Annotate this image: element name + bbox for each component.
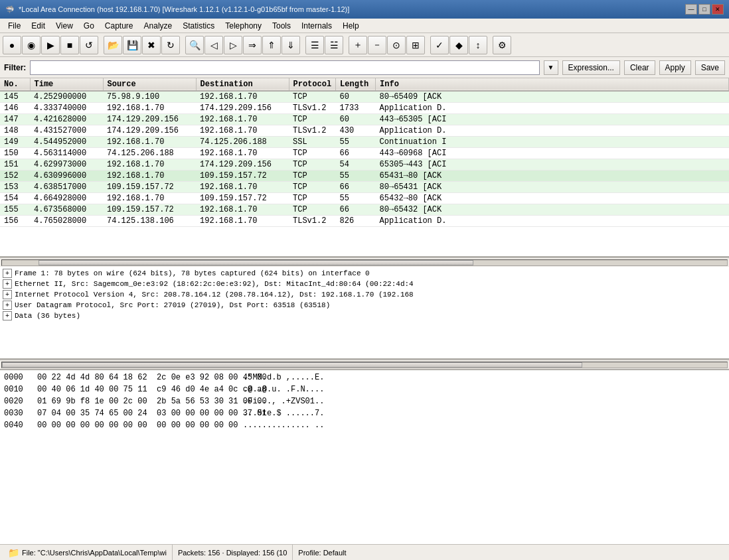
- stop-btn[interactable]: ■: [60, 36, 79, 54]
- detail-row[interactable]: +Data (36 bytes): [0, 311, 729, 321]
- options-btn[interactable]: ◉: [22, 36, 40, 54]
- table-row[interactable]: 1534.638517000109.159.157.72192.168.1.70…: [0, 182, 729, 193]
- detail-toggle[interactable]: ☱: [325, 36, 343, 54]
- cell-dst: 192.168.1.70: [196, 204, 289, 216]
- packet-list-hscrollbar[interactable]: [0, 257, 729, 267]
- table-row[interactable]: 1564.76502800074.125.138.106192.168.1.70…: [0, 216, 729, 227]
- hex-offset: 0030: [4, 407, 37, 419]
- cell-info: Application D.: [376, 103, 729, 114]
- zoom-out-btn[interactable]: －: [368, 36, 386, 54]
- cell-dst: 192.168.1.70: [196, 114, 289, 125]
- find-btn[interactable]: 🔍: [185, 36, 204, 54]
- cell-len: 55: [336, 171, 376, 182]
- menu-item-internals[interactable]: Internals: [296, 19, 337, 33]
- first-btn[interactable]: ⇑: [262, 36, 281, 54]
- reload-btn[interactable]: ↻: [161, 36, 180, 54]
- table-row[interactable]: 1544.664928000192.168.1.70109.159.157.72…: [0, 193, 729, 204]
- rescan-btn[interactable]: ↺: [80, 36, 98, 54]
- table-row[interactable]: 1504.56311400074.125.206.188192.168.1.70…: [0, 148, 729, 159]
- col-header-length[interactable]: Length: [336, 78, 376, 91]
- prefs-btn[interactable]: ⚙: [493, 36, 511, 54]
- detail-hscrollbar-track[interactable]: [1, 362, 728, 368]
- autoscroll-btn[interactable]: ↕: [469, 36, 487, 54]
- save-button[interactable]: Save: [695, 60, 725, 75]
- menu-item-view[interactable]: View: [50, 19, 78, 33]
- menu-item-file[interactable]: File: [3, 19, 26, 33]
- col-header-time[interactable]: Time: [30, 78, 103, 91]
- restart-btn[interactable]: ▶: [41, 36, 60, 54]
- clear-button[interactable]: Clear: [624, 60, 655, 75]
- resize-cols-btn[interactable]: ⊞: [406, 36, 425, 54]
- table-row[interactable]: 1524.630996000192.168.1.70109.159.157.72…: [0, 171, 729, 182]
- cell-no: 154: [0, 193, 30, 204]
- mark-btn[interactable]: ✓: [430, 36, 449, 54]
- menu-item-telephony[interactable]: Telephony: [220, 19, 267, 33]
- detail-row[interactable]: +Ethernet II, Src: Sagemcom_0e:e3:92 (18…: [0, 279, 729, 289]
- table-row[interactable]: 1494.544952000192.168.1.7074.125.206.188…: [0, 137, 729, 148]
- col-header-protocol[interactable]: Protocol: [289, 78, 336, 91]
- hex-row: 0010 00 40 06 1d 40 00 75 11 c9 46 d0 4e…: [4, 384, 725, 395]
- cell-no: 149: [0, 137, 30, 148]
- zoom-in-btn[interactable]: ＋: [349, 36, 367, 54]
- cell-time: 4.252900000: [30, 91, 103, 103]
- next-btn[interactable]: ▷: [224, 36, 242, 54]
- prev-btn[interactable]: ◁: [204, 36, 223, 54]
- cell-info: 443→60968 [ACI: [376, 148, 729, 159]
- expand-icon[interactable]: +: [3, 290, 12, 299]
- expression-button[interactable]: Expression...: [562, 60, 620, 75]
- packet-list-container[interactable]: No. Time Source Destination Protocol Len…: [0, 78, 729, 257]
- col-header-no[interactable]: No.: [0, 78, 30, 91]
- hex-row: 0000 00 22 4d 4d 80 64 18 62 2c 0e e3 92…: [4, 372, 725, 384]
- cell-len: 54: [336, 159, 376, 171]
- detail-hscrollbar[interactable]: [0, 360, 729, 369]
- col-header-source[interactable]: Source: [103, 78, 196, 91]
- color-btn[interactable]: ◆: [449, 36, 468, 54]
- hscrollbar-thumb[interactable]: [39, 260, 473, 265]
- cell-proto: TLSv1.2: [289, 125, 336, 137]
- table-row[interactable]: 1464.333740000192.168.1.70174.129.209.15…: [0, 103, 729, 114]
- last-btn[interactable]: ⇓: [282, 36, 300, 54]
- hscrollbar-track[interactable]: [1, 259, 728, 266]
- closef-btn[interactable]: ✖: [142, 36, 161, 54]
- table-row[interactable]: 1454.25290000075.98.9.100192.168.1.70TCP…: [0, 91, 729, 103]
- hex-ascii: ."MM.d.b ,.....E.: [243, 372, 324, 384]
- detail-hscrollbar-thumb[interactable]: [2, 362, 582, 368]
- detail-row[interactable]: +Frame 1: 78 bytes on wire (624 bits), 7…: [0, 268, 729, 279]
- table-row[interactable]: 1474.421628000174.129.209.156192.168.1.7…: [0, 114, 729, 125]
- close-button[interactable]: ✕: [712, 4, 724, 15]
- menu-item-go[interactable]: Go: [78, 19, 100, 33]
- cell-proto: TLSv1.2: [289, 216, 336, 227]
- list-toggle[interactable]: ☰: [305, 36, 324, 54]
- expand-icon[interactable]: +: [3, 311, 12, 320]
- col-header-info[interactable]: Info: [376, 78, 729, 91]
- start-capture-btn[interactable]: ●: [3, 36, 21, 54]
- menu-item-tools[interactable]: Tools: [267, 19, 296, 33]
- apply-button[interactable]: Apply: [659, 60, 691, 75]
- cell-proto: TLSv1.2: [289, 103, 336, 114]
- menu-item-statistics[interactable]: Statistics: [177, 19, 220, 33]
- goto-btn[interactable]: ⇒: [243, 36, 262, 54]
- save-btn[interactable]: 💾: [123, 36, 141, 54]
- expand-icon[interactable]: +: [3, 301, 12, 310]
- menu-item-capture[interactable]: Capture: [100, 19, 139, 33]
- expand-icon[interactable]: +: [3, 279, 12, 289]
- cell-proto: TCP: [289, 114, 336, 125]
- expand-icon[interactable]: +: [3, 269, 12, 278]
- menu-item-help[interactable]: Help: [337, 19, 364, 33]
- menu-item-edit[interactable]: Edit: [26, 19, 50, 33]
- cell-no: 152: [0, 171, 30, 182]
- col-header-destination[interactable]: Destination: [196, 78, 289, 91]
- cell-src: 192.168.1.70: [103, 137, 196, 148]
- detail-row[interactable]: +Internet Protocol Version 4, Src: 208.7…: [0, 289, 729, 300]
- maximize-button[interactable]: □: [698, 4, 710, 15]
- menu-item-analyze[interactable]: Analyze: [139, 19, 178, 33]
- table-row[interactable]: 1484.431527000174.129.209.156192.168.1.7…: [0, 125, 729, 137]
- minimize-button[interactable]: —: [685, 4, 697, 15]
- detail-row[interactable]: +User Datagram Protocol, Src Port: 27019…: [0, 300, 729, 311]
- open-btn[interactable]: 📂: [104, 36, 122, 54]
- table-row[interactable]: 1514.629973000192.168.1.70174.129.209.15…: [0, 159, 729, 171]
- table-row[interactable]: 1554.673568000109.159.157.72192.168.1.70…: [0, 204, 729, 216]
- normal-size-btn[interactable]: ⊙: [387, 36, 406, 54]
- filter-dropdown-button[interactable]: ▼: [544, 60, 558, 75]
- filter-input[interactable]: [30, 60, 539, 75]
